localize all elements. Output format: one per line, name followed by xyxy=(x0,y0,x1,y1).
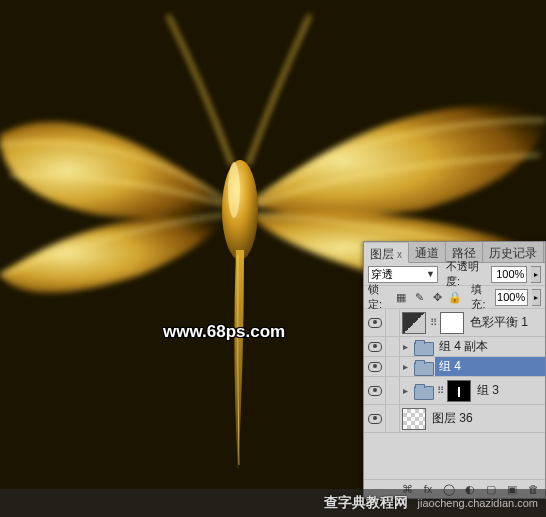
lock-pixels-icon[interactable]: ✎ xyxy=(411,289,427,305)
layer-name[interactable]: 色彩平衡 1 xyxy=(466,309,545,336)
mask-thumb[interactable] xyxy=(440,312,464,334)
layer-row-group4-copy[interactable]: ▸ 组 4 副本 xyxy=(364,337,545,357)
folder-collapse-arrow[interactable]: ▸ xyxy=(400,341,411,352)
eye-icon xyxy=(368,342,382,352)
layer-row-color-balance[interactable]: ⠿ 色彩平衡 1 xyxy=(364,309,545,337)
fill-input[interactable]: 100% xyxy=(495,289,528,306)
link-column xyxy=(386,405,400,432)
tab-layers[interactable]: 图层x xyxy=(364,243,409,263)
layers-list: ⠿ 色彩平衡 1 ▸ 组 4 副本 ▸ 组 4 ▸ ⠿ xyxy=(364,309,545,479)
link-column xyxy=(386,377,400,404)
opacity-flyout-arrow[interactable]: ▸ xyxy=(531,266,541,283)
visibility-toggle[interactable] xyxy=(364,337,386,356)
link-column xyxy=(386,337,400,356)
visibility-toggle[interactable] xyxy=(364,405,386,432)
link-column xyxy=(386,309,400,336)
dropdown-arrow-icon: ▼ xyxy=(426,269,435,279)
fill-flyout-arrow[interactable]: ▸ xyxy=(532,289,541,306)
blend-opacity-row: 穿透 ▼ 不透明度: 100% ▸ xyxy=(364,263,545,286)
layer-name[interactable]: 组 4 xyxy=(435,357,545,376)
layer-name[interactable]: 组 3 xyxy=(473,377,545,404)
layer-name[interactable]: 图层 36 xyxy=(428,405,545,432)
link-column xyxy=(386,357,400,376)
tab-layers-label: 图层 xyxy=(370,247,394,261)
blend-mode-select[interactable]: 穿透 ▼ xyxy=(368,266,438,283)
svg-point-0 xyxy=(222,160,258,260)
layer-row-layer36[interactable]: 图层 36 xyxy=(364,405,545,433)
blend-mode-value: 穿透 xyxy=(371,267,393,282)
fill-label: 填充: xyxy=(471,282,490,312)
opacity-input[interactable]: 100% xyxy=(491,266,528,283)
adjustment-thumb[interactable] xyxy=(402,312,426,334)
link-icon: ⠿ xyxy=(428,317,438,328)
tab-channels[interactable]: 通道 xyxy=(409,242,446,262)
layer-name[interactable]: 组 4 副本 xyxy=(435,337,545,356)
tab-history[interactable]: 历史记录 xyxy=(483,242,544,262)
folder-icon xyxy=(414,384,432,398)
lock-label: 锁定: xyxy=(368,282,387,312)
lock-position-icon[interactable]: ✥ xyxy=(429,289,445,305)
eye-icon xyxy=(368,362,382,372)
svg-point-1 xyxy=(228,162,240,218)
footer-site-cn: 查字典教程网 xyxy=(324,494,408,512)
eye-icon xyxy=(368,318,382,328)
footer-site-en: jiaocheng.chazidian.com xyxy=(418,497,538,509)
folder-collapse-arrow[interactable]: ▸ xyxy=(400,385,411,396)
eye-icon xyxy=(368,386,382,396)
folder-icon xyxy=(414,360,432,374)
folder-icon xyxy=(414,340,432,354)
lock-all-icon[interactable]: 🔒 xyxy=(447,289,463,305)
mask-thumb[interactable] xyxy=(447,380,471,402)
watermark-url: www.68ps.com xyxy=(163,322,285,342)
layer-thumb[interactable] xyxy=(402,408,426,430)
visibility-toggle[interactable] xyxy=(364,309,386,336)
layer-row-group3[interactable]: ▸ ⠿ 组 3 xyxy=(364,377,545,405)
layers-panel: 图层x 通道 路径 历史记录 穿透 ▼ 不透明度: 100% ▸ 锁定: ▦ ✎… xyxy=(363,241,546,499)
footer-watermark: 查字典教程网 jiaocheng.chazidian.com xyxy=(0,489,546,517)
layer-row-group4[interactable]: ▸ 组 4 xyxy=(364,357,545,377)
tab-close-x[interactable]: x xyxy=(397,249,402,260)
lock-transparency-icon[interactable]: ▦ xyxy=(393,289,409,305)
folder-collapse-arrow[interactable]: ▸ xyxy=(400,361,411,372)
visibility-toggle[interactable] xyxy=(364,357,386,376)
link-icon: ⠿ xyxy=(435,385,445,396)
visibility-toggle[interactable] xyxy=(364,377,386,404)
lock-fill-row: 锁定: ▦ ✎ ✥ 🔒 填充: 100% ▸ xyxy=(364,286,545,309)
eye-icon xyxy=(368,414,382,424)
